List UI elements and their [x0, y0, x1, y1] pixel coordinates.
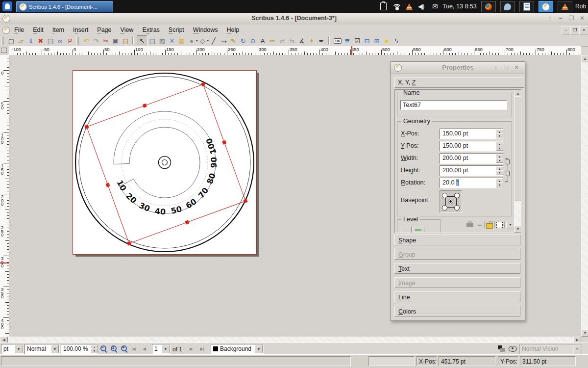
basepoint-bottom-right[interactable]	[454, 205, 460, 210]
lock-icon[interactable]	[486, 223, 493, 229]
more-options-icon[interactable]: ▼	[506, 221, 514, 229]
undo-icon[interactable]: ↶	[81, 36, 91, 46]
zoom-icon[interactable]: ⊙	[248, 36, 258, 46]
layer-select[interactable]: Background▼	[211, 344, 264, 354]
thunderbird-launcher[interactable]	[500, 1, 515, 12]
section-text[interactable]: Text	[394, 263, 520, 274]
lock-size-icon[interactable]	[496, 222, 503, 228]
basepoint-widget[interactable]	[440, 190, 462, 213]
insert-bezier-icon[interactable]: ↝	[219, 36, 228, 46]
raise-level-button[interactable]	[400, 227, 412, 233]
palette-maximize-button[interactable]: □	[502, 64, 511, 71]
spin-down-icon[interactable]: ▼	[496, 158, 503, 163]
measurements-icon[interactable]: ∡	[297, 36, 307, 46]
horizontal-ruler[interactable]: -100-50050100150200250300350400450500550…	[9, 46, 581, 55]
scroll-down-icon[interactable]: ▼	[581, 329, 588, 337]
insert-polygon-icon[interactable]: ◇	[198, 36, 208, 46]
spin-down-icon[interactable]: ▼	[496, 183, 503, 188]
clipboard-tray-icon[interactable]	[377, 0, 390, 13]
menu-file[interactable]: File	[10, 26, 28, 33]
spin-down-icon[interactable]: ▼	[496, 146, 503, 151]
palette-close-button[interactable]: ✕	[512, 64, 521, 71]
redo-icon[interactable]: ↷	[91, 36, 101, 46]
firefox-launcher[interactable]	[481, 1, 496, 12]
layer-indicator-icon[interactable]	[498, 345, 506, 352]
printing-enabled-icon[interactable]	[466, 223, 473, 227]
cut-icon[interactable]: ✂	[101, 36, 111, 46]
xpos-spinbox[interactable]: 150.00 pt▲▼	[440, 129, 503, 139]
print-document-icon[interactable]: ▤	[46, 36, 55, 46]
wifi-tray-icon[interactable]	[390, 0, 404, 13]
menu-insert[interactable]: Insert	[69, 26, 93, 33]
paste-icon[interactable]: ▤	[121, 36, 130, 46]
menu-extras[interactable]: Extras	[138, 26, 164, 33]
close-document-icon[interactable]: ✖	[36, 36, 46, 46]
item-name-input[interactable]: Text67	[400, 100, 507, 110]
toolbar-handle[interactable]	[328, 37, 330, 45]
menu-item[interactable]: Item	[48, 26, 69, 33]
insert-image-frame-icon[interactable]: ▨	[157, 36, 167, 46]
window-titlebar[interactable]: Scribus 1.4.6 - [Document-3*] ↑ − ❐ ✕	[0, 13, 588, 25]
chain-link-icon[interactable]	[506, 171, 510, 176]
minimize-window-button[interactable]: −	[556, 14, 565, 23]
insert-shape-icon[interactable]: ●	[187, 36, 196, 46]
vertical-ruler[interactable]: 05 01 0 01 5 02 0 02 5 03 0 03 5 04 0 0	[0, 55, 9, 337]
toolbar-handle[interactable]	[76, 37, 79, 45]
section-colors[interactable]: Colors	[394, 306, 520, 316]
clock[interactable]: Tue, 13 8:53	[442, 0, 477, 13]
tab-xyz[interactable]: X, Y, Z	[394, 77, 524, 88]
scrollbar-thumb[interactable]	[514, 96, 521, 201]
mdi-close-button[interactable]: ×	[579, 26, 588, 34]
ruler-origin-box[interactable]	[0, 46, 9, 55]
insert-freehand-line-icon[interactable]: ✎	[228, 36, 238, 46]
vlc-tray-icon[interactable]	[403, 0, 416, 13]
eye-dropper-icon[interactable]: ✒	[317, 36, 326, 46]
export-pdf-icon[interactable]: P	[65, 36, 75, 46]
spin-down-icon[interactable]: ▼	[91, 348, 98, 354]
unit-select[interactable]: pt▼	[1, 344, 24, 354]
insert-render-frame-icon[interactable]: ✳	[167, 36, 177, 46]
pdf-link-annotation-icon[interactable]: ϟ	[392, 36, 401, 46]
section-shape[interactable]: Shape	[394, 235, 520, 245]
zoom-100-icon[interactable]: 1	[109, 344, 119, 353]
document-page[interactable]: 102030405060708090100	[73, 70, 257, 255]
spin-down-icon[interactable]: ▼	[496, 133, 503, 139]
scroll-up-icon[interactable]: ▲	[581, 55, 588, 62]
lower-level-button[interactable]	[413, 227, 424, 233]
volume-tray-icon[interactable]: ◀))	[415, 0, 426, 13]
properties-titlebar[interactable]: Properties ↑ □ ✕	[391, 62, 525, 74]
basepoint-center-selected[interactable]	[448, 199, 453, 204]
dropdown-icon[interactable]: ▼	[255, 345, 263, 353]
desktop-menu-icon[interactable]	[2, 1, 12, 11]
chain-link-icon[interactable]	[506, 159, 510, 164]
menu-edit[interactable]: Edit	[28, 26, 48, 33]
preview-eye-icon[interactable]	[509, 346, 517, 352]
rotation-spinbox[interactable]: 20.0 ° ▲▼	[440, 178, 503, 188]
dropdown-icon[interactable]: ▼	[51, 345, 59, 353]
toolbar-handle[interactable]	[132, 37, 134, 45]
resize-handle[interactable]	[105, 183, 110, 187]
insert-text-frame-icon[interactable]: ▤	[147, 36, 157, 46]
ypos-spinbox[interactable]: 150.00 pt▲▼	[440, 141, 503, 152]
zoom-level-spinbox[interactable]: 100.00 % ▲▼	[61, 344, 98, 354]
documents-launcher[interactable]	[519, 1, 534, 12]
scroll-down-icon[interactable]: ▼	[514, 225, 521, 233]
dropdown-icon[interactable]: ▼	[15, 345, 23, 353]
pdf-combo-box-icon[interactable]: ⊟	[362, 36, 372, 46]
close-window-button[interactable]: ✕	[577, 14, 587, 23]
section-line[interactable]: Line	[394, 291, 520, 302]
edit-contents-icon[interactable]: A	[258, 36, 268, 46]
spin-down-icon[interactable]: ▼	[496, 170, 503, 176]
mail-tray-icon[interactable]: ✉	[429, 0, 441, 13]
pdf-text-field-icon[interactable]: ≣	[343, 36, 352, 46]
pdf-text-annotation-icon[interactable]: ■	[382, 36, 392, 46]
menu-windows[interactable]: Windows	[189, 26, 222, 33]
new-document-icon[interactable]: ▢	[6, 36, 16, 46]
pdf-checkbox-icon[interactable]: ☑	[352, 36, 362, 46]
palette-scrollbar[interactable]: ▲ ▼	[514, 90, 521, 233]
shade-window-button[interactable]: ↑	[545, 14, 555, 23]
basepoint-top-left[interactable]	[442, 193, 447, 198]
mdi-minimize-button[interactable]: −	[562, 26, 571, 34]
menu-script[interactable]: Script	[164, 26, 189, 33]
pdf-push-button-icon[interactable]: OK	[333, 36, 343, 46]
